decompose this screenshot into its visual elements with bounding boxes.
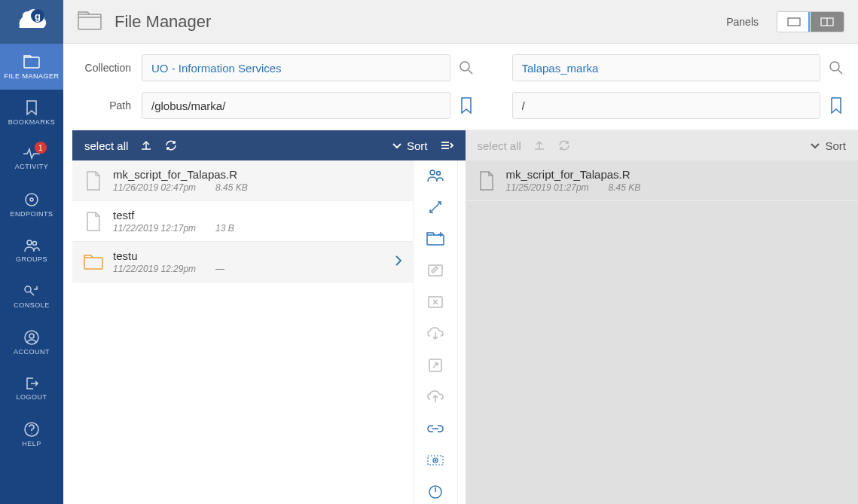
path-right-input[interactable]: [512, 92, 821, 119]
file-date: 11/22/2019 12:17pm: [113, 223, 196, 234]
select-all-right[interactable]: select all: [478, 139, 521, 152]
activity-badge: 1: [35, 142, 47, 154]
nav-file-manager[interactable]: FILE MANAGER: [0, 44, 63, 90]
folder-icon: [83, 254, 104, 270]
main: File Manager Panels Collection Path: [63, 0, 858, 504]
refresh-icon[interactable]: [557, 139, 571, 151]
search-icon[interactable]: [458, 60, 475, 75]
svg-rect-12: [788, 18, 800, 26]
file-row[interactable]: testf 11/22/2019 12:17pm13 B: [72, 201, 413, 242]
file-row[interactable]: mk_script_for_Talapas.R 11/26/2019 02:47…: [72, 160, 413, 201]
left-file-list: mk_script_for_Talapas.R 11/26/2019 02:47…: [72, 160, 413, 504]
actions-column: [413, 160, 458, 504]
file-size: 8.45 KB: [609, 182, 641, 193]
file-size: 13 B: [215, 223, 234, 234]
nav-label: GROUPS: [16, 255, 47, 263]
file-row[interactable]: mk_script_for_Talapas.R 11/25/2019 01:27…: [466, 160, 859, 201]
file-size: —: [215, 264, 224, 274]
open-icon[interactable]: [425, 355, 446, 376]
delete-icon[interactable]: [425, 292, 446, 313]
nav-bookmarks[interactable]: BOOKMARKS: [0, 90, 63, 136]
download-icon[interactable]: [425, 323, 446, 344]
path-label: Path: [77, 99, 131, 111]
svg-rect-22: [84, 258, 102, 269]
upload-icon[interactable]: [425, 386, 446, 408]
file-name: mk_script_for_Talapas.R: [506, 168, 848, 181]
collection-label: Collection: [77, 62, 131, 74]
new-folder-icon[interactable]: [425, 228, 446, 249]
bookmark-icon[interactable]: [828, 97, 844, 114]
svg-point-15: [460, 62, 469, 71]
file-size: 8.45 KB: [215, 182, 248, 193]
panel-split[interactable]: [811, 12, 844, 32]
deactivate-icon[interactable]: [425, 481, 446, 502]
right-list-bar: select all Sort: [466, 130, 859, 160]
nav-endpoints[interactable]: ENDPOINTS: [0, 182, 63, 228]
up-folder-icon[interactable]: [140, 139, 152, 151]
svg-point-5: [27, 240, 32, 245]
file-row[interactable]: testu 11/22/2019 12:29pm—: [72, 242, 413, 283]
globus-logo: g: [0, 0, 63, 44]
collection-right-input[interactable]: [512, 54, 821, 81]
svg-point-24: [436, 172, 440, 176]
select-all-left[interactable]: select all: [84, 139, 128, 152]
panel-toggle: [777, 11, 844, 32]
svg-point-32: [435, 460, 436, 461]
nav-activity[interactable]: 1 ACTIVITY: [0, 136, 63, 182]
nav-label: BOOKMARKS: [8, 118, 56, 126]
chevron-right-icon[interactable]: [395, 255, 402, 270]
nav-label: FILE MANAGER: [4, 72, 59, 80]
nav-label: HELP: [22, 440, 41, 447]
up-folder-icon[interactable]: [533, 139, 545, 151]
svg-point-6: [33, 241, 37, 245]
svg-point-23: [430, 170, 435, 175]
share-icon[interactable]: [425, 165, 446, 186]
nav-logout[interactable]: LOGOUT: [0, 365, 63, 411]
left-list-bar: select all Sort: [72, 130, 466, 160]
svg-rect-11: [78, 14, 101, 29]
refresh-icon[interactable]: [164, 139, 178, 151]
file-date: 11/25/2019 01:27pm: [506, 182, 589, 193]
view-options-icon[interactable]: [440, 140, 453, 151]
nav-label: ACCOUNT: [14, 348, 50, 356]
sidebar: g FILE MANAGER BOOKMARKS 1 ACTIVITY ENDP…: [0, 0, 63, 504]
link-icon[interactable]: [425, 418, 446, 439]
nav-label: ENDPOINTS: [10, 210, 53, 218]
svg-point-3: [26, 194, 38, 206]
sort-right[interactable]: Sort: [810, 139, 846, 152]
svg-point-9: [29, 334, 34, 338]
path-row: Path: [63, 81, 858, 119]
collection-left-input[interactable]: [142, 54, 450, 81]
bookmark-icon[interactable]: [458, 97, 475, 114]
show-hidden-icon[interactable]: [425, 450, 446, 471]
nav-label: LOGOUT: [16, 393, 47, 401]
right-file-list: mk_script_for_Talapas.R 11/25/2019 01:27…: [466, 160, 859, 504]
sort-left[interactable]: Sort: [392, 139, 428, 152]
nav-console[interactable]: CONSOLE: [0, 273, 63, 319]
panel-single[interactable]: [777, 12, 811, 32]
folder-icon: [77, 10, 102, 34]
svg-text:g: g: [35, 11, 41, 22]
nav-account[interactable]: ACCOUNT: [0, 319, 63, 365]
svg-point-4: [30, 198, 33, 201]
nav-help[interactable]: HELP: [0, 411, 63, 457]
right-pane: select all Sort mk_script_for_Talapas.R …: [466, 130, 859, 504]
nav-groups[interactable]: GROUPS: [0, 228, 63, 273]
file-icon: [83, 170, 104, 191]
svg-line-25: [430, 202, 441, 212]
rename-icon[interactable]: [425, 260, 446, 281]
svg-point-7: [25, 286, 31, 292]
left-pane: select all Sort mk_script_for_Talapas.R …: [72, 130, 466, 504]
path-left-input[interactable]: [142, 92, 450, 119]
file-icon: [83, 211, 104, 232]
collection-row: Collection: [63, 44, 858, 81]
file-name: testu: [113, 249, 386, 262]
nav-label: ACTIVITY: [15, 163, 49, 170]
file-name: mk_script_for_Talapas.R: [113, 168, 402, 181]
panels-label: Panels: [726, 16, 759, 28]
file-name: testf: [113, 209, 402, 221]
search-icon[interactable]: [828, 60, 844, 75]
transfer-icon[interactable]: [425, 197, 446, 218]
file-date: 11/26/2019 02:47pm: [113, 182, 196, 193]
page-title: File Manager: [115, 12, 714, 32]
